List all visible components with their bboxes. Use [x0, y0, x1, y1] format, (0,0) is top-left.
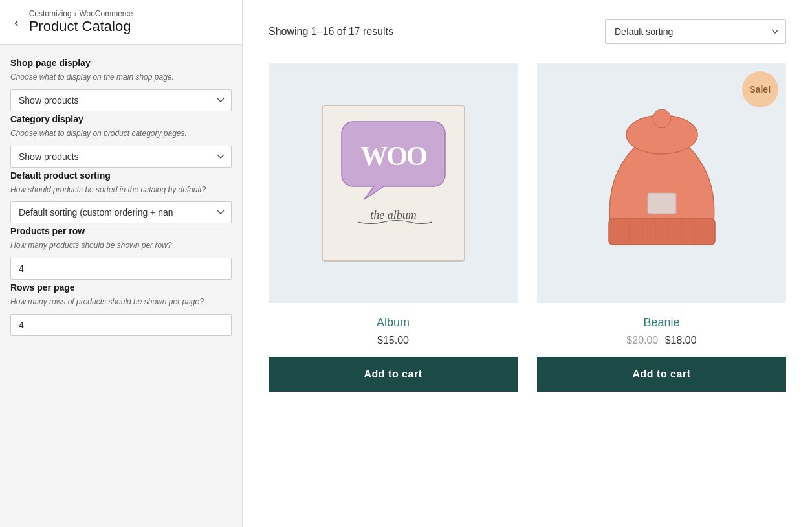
section-title-sorting: Default product sorting — [10, 170, 232, 181]
section-desc-sorting: How should products be sorted in the cat… — [10, 185, 232, 196]
section-title-rows: Rows per page — [10, 282, 232, 293]
svg-rect-12 — [648, 193, 676, 214]
product-price-album: $15.00 — [377, 335, 409, 346]
svg-point-13 — [653, 109, 671, 128]
sort-select[interactable]: Default sorting Popularity Average ratin… — [605, 19, 786, 44]
section-shop-page-display: Shop page display Choose what to display… — [10, 58, 232, 114]
product-name-album[interactable]: Album — [377, 316, 410, 330]
section-default-sorting: Default product sorting How should produ… — [10, 170, 232, 227]
sidebar: ‹ Customizing › WooCommerce Product Cata… — [0, 0, 243, 527]
products-per-row-input[interactable] — [10, 258, 232, 280]
breadcrumb-parent[interactable]: Customizing — [29, 9, 72, 18]
product-card-beanie: Sale! — [537, 63, 786, 392]
album-illustration: WOO the album — [309, 93, 477, 274]
product-price-beanie: $20.00 $18.00 — [626, 335, 696, 346]
sidebar-content: Shop page display Choose what to display… — [0, 45, 242, 352]
product-name-beanie[interactable]: Beanie — [643, 316, 679, 330]
breadcrumb-separator: › — [74, 10, 77, 17]
breadcrumb-current: WooCommerce — [79, 9, 133, 18]
main-header: Showing 1–16 of 17 results Default sorti… — [269, 19, 786, 44]
section-title-shop-page: Shop page display — [10, 58, 232, 68]
section-category-display: Category display Choose what to display … — [10, 114, 232, 170]
add-to-cart-beanie[interactable]: Add to cart — [537, 357, 786, 392]
price-original-beanie: $20.00 — [626, 335, 658, 346]
back-button[interactable]: ‹ — [10, 12, 23, 32]
section-title-per-row: Products per row — [10, 226, 232, 236]
products-grid: WOO the album Album $15.00 Add to cart S… — [269, 63, 786, 392]
product-card-album: WOO the album Album $15.00 Add to cart — [269, 63, 518, 392]
price-sale-beanie: $18.00 — [665, 335, 697, 346]
svg-rect-5 — [609, 219, 715, 245]
section-desc-shop-page: Choose what to display on the main shop … — [10, 72, 232, 83]
breadcrumb: Customizing › WooCommerce — [29, 9, 133, 18]
default-sorting-select[interactable]: Default sorting (custom ordering + nan P… — [10, 201, 232, 223]
product-image-album: WOO the album — [269, 63, 518, 303]
section-desc-category: Choose what to display on product catego… — [10, 128, 232, 139]
shop-page-display-select[interactable]: Show products Show categories Show categ… — [10, 89, 232, 111]
sidebar-header: ‹ Customizing › WooCommerce Product Cata… — [0, 0, 242, 45]
category-display-select[interactable]: Show products Show categories Show categ… — [10, 146, 232, 168]
add-to-cart-album[interactable]: Add to cart — [269, 357, 518, 392]
section-desc-rows: How many rows of products should be show… — [10, 297, 232, 308]
results-count: Showing 1–16 of 17 results — [269, 26, 393, 38]
back-icon: ‹ — [14, 15, 19, 30]
beanie-illustration — [591, 93, 733, 274]
rows-per-page-input[interactable] — [10, 314, 232, 336]
section-products-per-row: Products per row How many products shoul… — [10, 226, 232, 282]
svg-text:WOO: WOO — [360, 141, 426, 171]
main-content: Showing 1–16 of 17 results Default sorti… — [243, 0, 812, 527]
sale-badge: Sale! — [742, 71, 778, 107]
product-image-beanie: Sale! — [537, 63, 786, 303]
breadcrumb-area: Customizing › WooCommerce Product Catalo… — [29, 9, 133, 35]
section-rows-per-page: Rows per page How many rows of products … — [10, 282, 232, 339]
section-title-category: Category display — [10, 114, 232, 124]
page-title: Product Catalog — [29, 18, 133, 35]
svg-text:the    album: the album — [370, 208, 417, 221]
section-desc-per-row: How many products should be shown per ro… — [10, 240, 232, 251]
